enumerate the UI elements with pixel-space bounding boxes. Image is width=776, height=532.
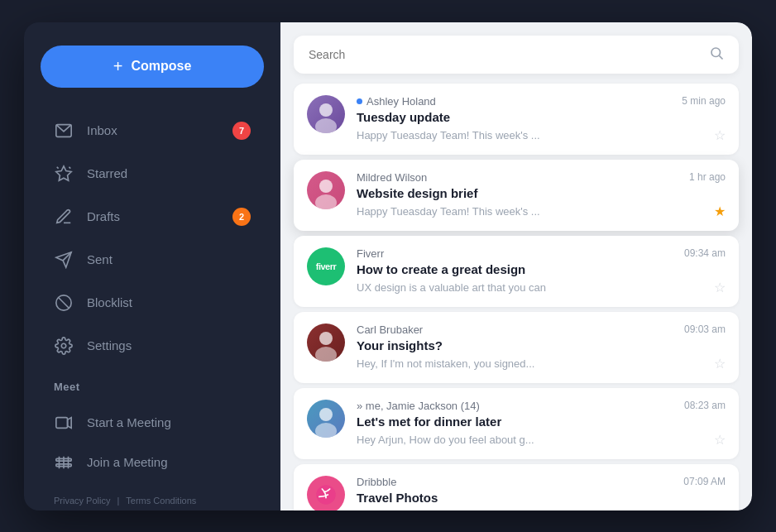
sidebar-item-start-meeting[interactable]: Start a Meeting [41,403,264,443]
email-item[interactable]: Dribbble 07:09 AM Travel Photos What do … [294,464,739,510]
terms-link[interactable]: Terms Conditions [126,496,196,506]
sidebar-item-starred[interactable]: Starred [41,154,264,194]
star-icon[interactable]: ☆ [714,508,726,510]
star-icon[interactable]: ☆ [714,127,726,143]
timestamp: 09:34 am [684,247,726,259]
email-item[interactable]: Carl Brubaker 09:03 am Your insights? He… [294,312,739,383]
avatar [307,171,345,209]
compose-label: Compose [131,59,191,74]
sidebar-item-inbox[interactable]: Inbox 7 [41,111,264,151]
email-footer: UX design is a valuable art that you can… [357,280,726,295]
email-body: Carl Brubaker 09:03 am Your insights? He… [357,324,726,371]
email-item[interactable]: Ashley Holand 5 min ago Tuesday update H… [294,84,739,155]
meet-label: Meet [41,374,264,400]
sidebar-item-sent[interactable]: Sent [41,240,264,280]
timestamp: 1 hr ago [689,171,726,183]
blocklist-icon [54,293,74,313]
email-footer: Hey Arjun, How do you feel about g... ☆ [357,432,726,448]
footer-separator: | [117,496,119,506]
svg-point-16 [711,48,721,57]
start-meeting-label: Start a Meeting [87,415,171,429]
settings-icon [54,336,74,356]
compose-button[interactable]: + Compose [41,46,264,88]
email-item[interactable]: fiverr Fiverr 09:34 am How to create a g… [294,236,739,307]
drafts-icon [54,207,74,227]
email-body: Dribbble 07:09 AM Travel Photos What do … [357,476,726,510]
email-body: Fiverr 09:34 am How to create a great de… [357,247,726,295]
email-body: Ashley Holand 5 min ago Tuesday update H… [357,95,726,143]
start-meeting-icon [54,413,74,433]
footer-links: Privacy Policy | Terms Conditions [41,482,264,509]
join-meeting-icon [54,453,74,472]
svg-point-21 [315,194,337,209]
inbox-badge: 7 [232,122,251,140]
search-bar [294,36,739,74]
sidebar: + Compose Inbox 7 [24,22,280,510]
email-list: Ashley Holand 5 min ago Tuesday update H… [280,74,752,510]
sender-name: Fiverr [357,247,384,260]
svg-point-24 [319,408,333,421]
email-body: » me, Jamie Jackson (14) 08:23 am Let's … [357,400,726,448]
search-icon[interactable] [709,46,724,64]
email-header: Mildred Wilson 1 hr ago [357,171,726,184]
plus-icon: + [113,57,123,76]
email-header: Fiverr 09:34 am [357,247,726,260]
inbox-label: Inbox [87,123,117,137]
meet-section: Meet Start a Meeting [41,374,264,482]
avatar: fiverr [307,247,345,285]
email-footer: Happy Tueasday Team! This week's ... ★ [357,204,726,219]
star-icon[interactable]: ★ [714,204,726,219]
settings-label: Settings [87,338,132,352]
drafts-badge: 2 [232,208,251,226]
svg-line-3 [69,166,70,168]
email-subject: Tuesday update [357,110,726,124]
sent-icon [54,250,74,270]
email-preview: Hey, If I'm not mistaken, you signed... [357,357,534,370]
email-header: Carl Brubaker 09:03 am [357,324,726,336]
email-item[interactable]: Mildred Wilson 1 hr ago Website design b… [294,160,739,231]
drafts-label: Drafts [87,209,120,223]
avatar [307,95,345,133]
star-icon[interactable]: ☆ [714,432,726,448]
sidebar-item-blocklist[interactable]: Blocklist [41,283,264,323]
sidebar-item-settings[interactable]: Settings [41,326,264,366]
svg-line-2 [57,166,59,168]
join-meeting-label: Join a Meeting [87,455,168,469]
email-header: » me, Jamie Jackson (14) 08:23 am [357,400,726,412]
sender-name: Dribbble [357,476,396,488]
blocklist-label: Blocklist [87,295,132,309]
email-item[interactable]: » me, Jamie Jackson (14) 08:23 am Let's … [294,388,739,459]
sidebar-item-drafts[interactable]: Drafts 2 [41,197,264,237]
timestamp: 08:23 am [684,400,726,411]
email-subject: How to create a great design [357,262,726,276]
email-subject: Your insights? [357,338,726,352]
timestamp: 09:03 am [684,324,726,335]
svg-marker-10 [68,417,72,428]
email-footer: Happy Tueasday Team! This week's ... ☆ [357,127,726,143]
email-preview: Happy Tueasday Team! This week's ... [357,129,540,141]
svg-point-23 [315,347,337,362]
svg-point-20 [319,180,333,193]
unread-dot [357,98,362,104]
email-body: Mildred Wilson 1 hr ago Website design b… [357,171,726,219]
inbox-icon [54,121,74,141]
sender-name: » me, Jamie Jackson (14) [357,400,480,412]
avatar [307,324,345,362]
email-header: Ashley Holand 5 min ago [357,95,726,108]
star-icon[interactable]: ☆ [714,356,726,371]
email-subject: Let's met for dinner later [357,415,726,429]
sidebar-item-join-meeting[interactable]: Join a Meeting [41,443,264,482]
star-icon[interactable]: ☆ [714,280,726,295]
sender-name: Ashley Holand [357,95,436,108]
svg-line-17 [719,55,722,59]
nav-list: Inbox 7 Starred [41,111,264,366]
svg-point-22 [319,332,333,345]
svg-point-25 [315,423,337,438]
search-input[interactable] [309,48,709,61]
starred-label: Starred [87,166,127,180]
email-header: Dribbble 07:09 AM [357,476,726,488]
app-container: + Compose Inbox 7 [24,22,752,510]
avatar [307,476,345,510]
privacy-policy-link[interactable]: Privacy Policy [54,496,110,506]
email-footer: What do you think about the latest ... ☆ [357,508,726,510]
